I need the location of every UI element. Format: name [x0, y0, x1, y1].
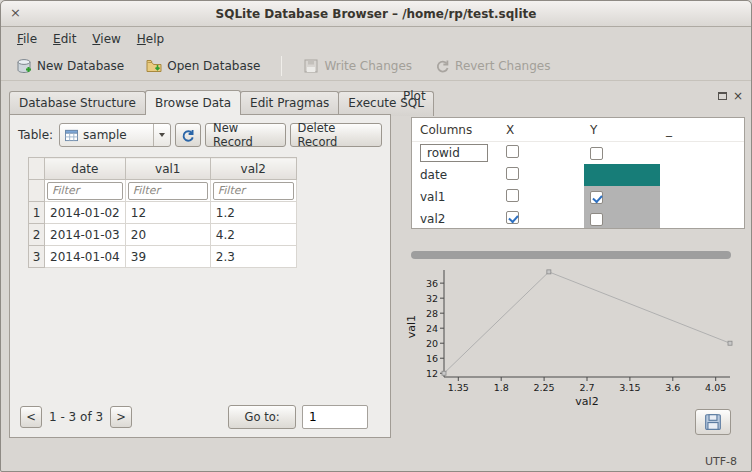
table-icon	[65, 129, 78, 142]
plot-columns-header: Columns X Y _	[412, 118, 744, 142]
plot-columns-table: Columns X Y _ rowid date val1	[411, 117, 745, 229]
write-changes-button: Write Changes	[294, 54, 421, 78]
svg-text:2.25: 2.25	[534, 382, 555, 393]
revert-changes-label: Revert Changes	[455, 59, 550, 73]
goto-input[interactable]	[302, 405, 368, 429]
grid-corner	[29, 158, 45, 180]
plot-column-row-rowid: rowid	[412, 142, 744, 164]
revert-changes-button: Revert Changes	[425, 54, 559, 78]
svg-text:28: 28	[426, 308, 438, 319]
svg-text:3.6: 3.6	[665, 382, 680, 393]
open-database-label: Open Database	[167, 59, 260, 73]
refresh-button[interactable]	[175, 123, 201, 147]
y-cell-date-selected[interactable]	[584, 164, 660, 186]
cell-date[interactable]: 2014-01-02	[45, 202, 126, 224]
column-name-val2[interactable]: val2	[412, 212, 500, 226]
app-window: { "window": { "title": "SQLite Database …	[0, 0, 752, 472]
cell-val2[interactable]: 4.2	[210, 224, 296, 246]
column-name-val1[interactable]: val1	[412, 190, 500, 204]
svg-text:20: 20	[426, 338, 438, 349]
new-database-button[interactable]: New Database	[7, 54, 133, 78]
toolbar-separator	[281, 56, 282, 76]
x-checkbox-date[interactable]	[506, 167, 519, 180]
write-changes-icon	[303, 58, 319, 74]
goto-button[interactable]: Go to:	[228, 405, 296, 429]
column-name-date[interactable]: date	[412, 168, 500, 182]
svg-text:12: 12	[426, 368, 438, 379]
table-controls: Table: sample	[10, 115, 390, 147]
refresh-icon	[180, 128, 195, 143]
cell-val1[interactable]: 12	[125, 202, 210, 224]
open-database-button[interactable]: Open Database	[137, 54, 269, 78]
save-plot-button[interactable]	[695, 409, 731, 435]
menu-help[interactable]: Help	[129, 29, 172, 49]
header-y: Y	[584, 118, 660, 141]
new-record-button[interactable]: New Record	[205, 123, 285, 147]
menubar: File Edit View Help	[1, 27, 751, 51]
cell-val2[interactable]: 1.2	[210, 202, 296, 224]
tab-database-structure[interactable]: Database Structure	[9, 91, 146, 116]
y-checkbox-val2[interactable]	[590, 213, 603, 226]
menu-view[interactable]: View	[84, 29, 128, 49]
toolbar: New Database Open Database Write Changes	[1, 51, 751, 81]
x-checkbox-rowid[interactable]	[506, 145, 519, 158]
x-checkbox-val1[interactable]	[506, 189, 519, 202]
tab-browse-data[interactable]: Browse Data	[145, 90, 241, 115]
header-columns: Columns	[412, 123, 500, 137]
browse-data-panel: Table: sample	[9, 114, 391, 438]
chevron-down-icon	[153, 124, 170, 146]
column-header-date[interactable]: date	[45, 158, 126, 180]
statusbar: UTF-8	[1, 451, 751, 471]
svg-text:24: 24	[426, 323, 438, 334]
plot-chart: val1 121620242832361.351.82.252.73.153.6…	[405, 265, 743, 415]
cell-val2[interactable]: 2.3	[210, 246, 296, 268]
undock-icon[interactable]	[718, 92, 727, 100]
cell-date[interactable]: 2014-01-03	[45, 224, 126, 246]
svg-text:36: 36	[426, 278, 438, 289]
column-header-val1[interactable]: val1	[125, 158, 210, 180]
row-number[interactable]: 2	[29, 224, 45, 246]
svg-text:3.15: 3.15	[619, 382, 640, 393]
svg-text:1.35: 1.35	[448, 382, 469, 393]
line-chart: 121620242832361.351.82.252.73.153.64.05	[418, 265, 740, 395]
plot-dock-title: Plot	[403, 89, 718, 103]
cell-val1[interactable]: 20	[125, 224, 210, 246]
row-number[interactable]: 3	[29, 246, 45, 268]
y-checkbox-val1[interactable]	[590, 191, 603, 204]
header-x: X	[500, 123, 584, 137]
table-select[interactable]: sample	[59, 123, 171, 147]
svg-text:32: 32	[426, 293, 438, 304]
write-changes-label: Write Changes	[324, 59, 412, 73]
header-extra: _	[660, 123, 744, 137]
menu-edit[interactable]: Edit	[45, 29, 84, 49]
y-checkbox-rowid[interactable]	[590, 147, 603, 160]
filter-input-date[interactable]	[47, 182, 123, 200]
plot-dock-titlebar: Plot ×	[401, 87, 745, 105]
row-number[interactable]: 1	[29, 202, 45, 224]
scrollbar-thumb[interactable]	[411, 251, 731, 259]
filter-corner	[29, 180, 45, 202]
plot-area: 121620242832361.351.82.252.73.153.64.05 …	[418, 265, 740, 415]
dock-close-icon[interactable]: ×	[733, 90, 743, 102]
table-row: 2 2014-01-03 20 4.2	[29, 224, 297, 246]
column-header-val2[interactable]: val2	[210, 158, 296, 180]
window-close-icon[interactable]: ×	[10, 5, 21, 21]
next-page-button[interactable]: >	[110, 406, 132, 428]
revert-changes-icon	[434, 58, 450, 74]
column-name-rowid[interactable]: rowid	[420, 144, 488, 162]
table-row: 3 2014-01-04 39 2.3	[29, 246, 297, 268]
x-axis-label: val2	[444, 395, 730, 408]
cell-val1[interactable]: 39	[125, 246, 210, 268]
x-checkbox-val2[interactable]	[506, 211, 519, 224]
cell-date[interactable]: 2014-01-04	[45, 246, 126, 268]
plot-column-row-val1: val1	[412, 186, 744, 208]
previous-page-button[interactable]: <	[20, 406, 42, 428]
menu-file[interactable]: File	[9, 29, 45, 49]
filter-input-val1[interactable]	[128, 182, 208, 200]
delete-record-button[interactable]: Delete Record	[290, 123, 382, 147]
filter-input-val2[interactable]	[213, 182, 294, 200]
save-plot-icon	[704, 413, 722, 431]
record-navigation: < 1 - 3 of 3 > Go to:	[20, 405, 368, 429]
tab-edit-pragmas[interactable]: Edit Pragmas	[240, 91, 339, 116]
y-axis-label: val1	[405, 315, 418, 338]
